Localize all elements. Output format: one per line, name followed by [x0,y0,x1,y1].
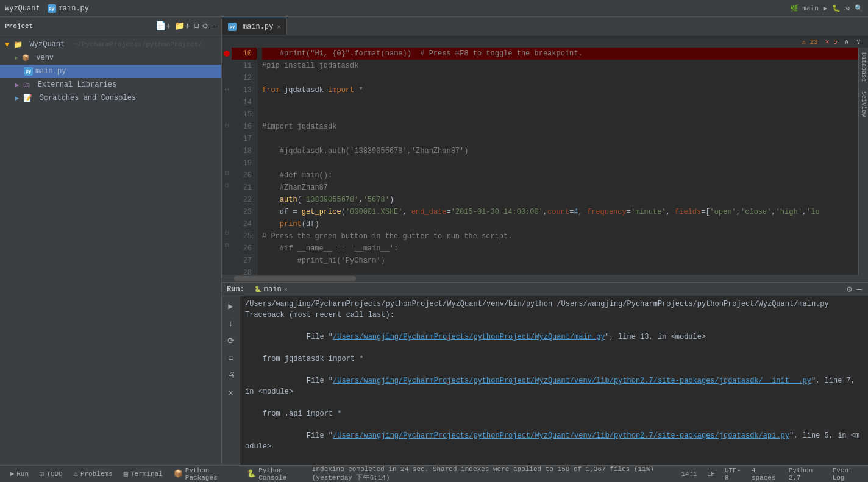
sidebar-item-label: Scratches and Consoles [35,94,136,102]
run-scroll-to-end[interactable]: ↓ [226,316,235,331]
tab-label: main.py [243,23,273,31]
line-num-17: 17 [232,133,257,145]
sidebar-item-main-py[interactable]: py main.py [0,65,221,78]
expand-icon[interactable]: ∧ [845,37,849,46]
output-link-1[interactable]: /Users/wangjing/PycharmProjects/pythonPr… [333,333,605,341]
settings-icon[interactable]: ⚙ [202,21,207,31]
fold-marker[interactable]: ⊟ [225,229,229,236]
code-line-15 [262,108,858,121]
line-num-18: 18 [232,145,257,157]
collapse-icon[interactable]: ∨ [856,37,861,46]
tab-close-icon[interactable]: ✕ [277,23,280,30]
gutter-line-14 [222,96,232,108]
run-play-btn[interactable]: ▶ [226,299,235,314]
python-packages-button[interactable]: 📦 Python Packages [169,467,241,481]
output-link-3[interactable]: /Users/wangjing/PycharmProjects/pythonPr… [333,431,789,440]
line-num-20: 20 [232,169,257,182]
gutter-line-21: ⊟ [222,179,232,191]
line-num-10: 10 [232,48,257,60]
run-close-btn[interactable]: ✕ [226,385,235,400]
add-file-icon[interactable]: 📄+ [155,21,171,31]
sidebar-item-ext-libs[interactable]: ▶ 🗂 External Libraries [0,78,221,91]
code-line-16: #import jqdatasdk [262,121,858,133]
todo-btn-icon: ☑ [40,469,44,478]
output-traceback: Traceback (most recent call last): [245,310,863,321]
output-link-2[interactable]: /Users/wangjing/PycharmProjects/pythonPr… [333,377,811,385]
close-sidebar-icon[interactable]: — [212,21,216,31]
gutter-line-19 [222,155,232,168]
fold-marker[interactable]: ⊟ [225,241,229,249]
indent-info[interactable]: 4 spaces [752,467,779,481]
line-num-13: 13 [232,84,257,96]
python-version[interactable]: Python 2.7 [789,467,823,481]
py-icon: py [48,4,56,13]
fold-marker[interactable]: ⊟ [225,169,229,177]
todo-button[interactable]: ☑ TODO [35,467,68,481]
sidebar-item-scratches[interactable]: ▶ 📝 Scratches and Consoles [0,91,221,105]
editor-info-bar: ⚠ 23 ✕ 5 ∧ ∨ [222,35,868,48]
gutter-area: ⊟ ⊟ ⊟ ⊟ ⊟ ⊟ [222,48,232,275]
search-control[interactable]: 🔍 [855,4,863,12]
bottom-status: Indexing completed in 24 sec. Shared ind… [312,466,863,482]
cursor-position[interactable]: 14:1 [681,470,697,478]
run-settings-icon[interactable]: ⚙ [845,283,853,296]
code-line-10: #print("Hi, {0}".format(name)) # Press ⌘… [262,48,858,60]
python-console-button[interactable]: 🐍 Python Console [242,467,311,481]
problems-button[interactable]: ⚠ Problems [69,467,118,481]
line-num-23: 23 [232,206,257,218]
fold-marker[interactable]: ⊟ [225,122,229,129]
run-tab-close[interactable]: ✕ [284,286,288,293]
py-file-icon: py [24,67,33,76]
terminal-button[interactable]: ▤ Terminal [119,467,168,481]
problems-btn-label: Problems [80,470,113,478]
titlebar: WyzQuant py main.py 🌿 main ▶ 🐛 ⚙ 🔍 [0,0,868,17]
branch-indicator[interactable]: 🌿 main [790,4,819,12]
add-folder-icon[interactable]: 📁+ [174,21,190,31]
line-num-19: 19 [232,157,257,169]
database-label[interactable]: Database [859,48,868,87]
bottom-bar: ▶ Run ☑ TODO ⚠ Problems ▤ Terminal 📦 Pyt… [0,465,868,482]
sciview-label[interactable]: SciView [859,87,868,122]
sidebar-item-wyzquant[interactable]: ▼ 📁 WyzQuant ~/PycharmProjects/pythonPro… [0,38,221,51]
run-collapse-icon[interactable]: — [856,283,863,296]
fold-marker[interactable]: ⊟ [225,182,229,189]
venv-icon: ▶ 📦 [15,54,29,62]
status-message: Indexing completed in 24 sec. Shared ind… [312,466,671,482]
fold-marker[interactable]: ⊟ [225,86,229,93]
line-num-12: 12 [232,72,257,84]
code-content[interactable]: #print("Hi, {0}".format(name)) # Press ⌘… [257,48,858,275]
run-title: Run: [227,285,244,294]
run-control[interactable]: ▶ [824,4,828,12]
h-scroll-thumb[interactable] [234,276,356,281]
python-packages-label: Python Packages [185,467,236,481]
sidebar-item-label: venv [32,54,54,62]
event-log-btn[interactable]: Event Log [833,467,863,481]
title-file: py main.py [48,4,89,13]
run-wrap-btn[interactable]: ⟳ [225,333,237,349]
editor-area: py main.py ✕ ⚠ 23 ✕ 5 ∧ ∨ ⊟ ⊟ [222,17,868,465]
run-panel-header: Run: 🐍 main ✕ ⚙ — [222,283,868,296]
gutter-line-26: ⊟ [222,239,232,251]
run-filter-btn[interactable]: ≡ [226,351,235,366]
run-print-btn[interactable]: 🖨 [224,368,238,383]
settings-control[interactable]: ⚙ [845,4,850,12]
output-file-1: File "/Users/wangjing/PycharmProjects/py… [245,321,863,353]
horizontal-scrollbar[interactable] [222,275,868,282]
tab-py-icon: py [228,23,237,31]
editor-tab-main-py[interactable]: py main.py ✕ [222,18,287,35]
code-line-28 [262,267,858,275]
gutter-line-20: ⊟ [222,167,232,179]
sidebar-item-venv[interactable]: ▶ 📦 venv [0,51,221,65]
debug-control[interactable]: 🐛 [832,4,841,12]
encoding[interactable]: UTF-8 [725,467,742,481]
ext-lib-icon: ▶ 🗂 [15,80,30,90]
line-num-28: 28 [232,267,257,275]
code-line-24: print(df) [262,218,858,230]
code-editor[interactable]: ⊟ ⊟ ⊟ ⊟ ⊟ ⊟ 10 11 12 [222,48,868,275]
run-button[interactable]: ▶ Run [5,467,34,481]
run-controls: ⚙ — [845,283,863,296]
run-tab[interactable]: 🐍 main ✕ [249,285,293,294]
line-separator[interactable]: LF [707,470,715,478]
collapse-all-icon[interactable]: ⊟ [194,21,199,31]
line-num-24: 24 [232,218,257,230]
